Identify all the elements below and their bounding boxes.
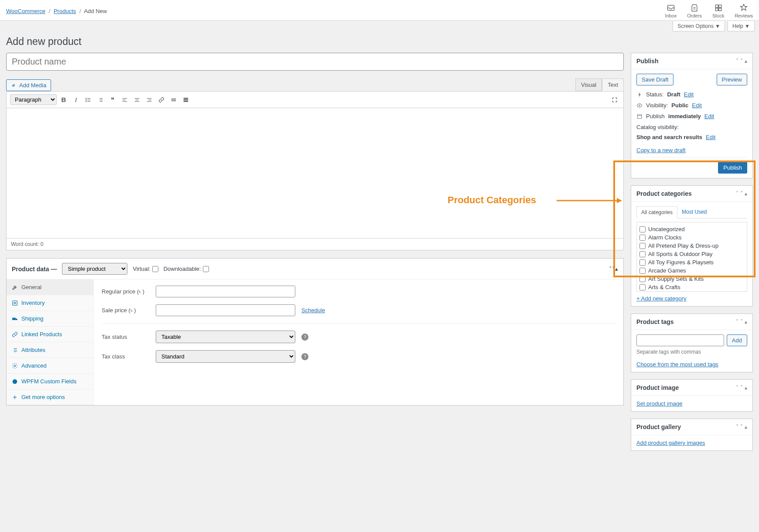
- add-category-link[interactable]: + Add new category: [636, 295, 747, 302]
- chevron-up-icon[interactable]: ˄: [736, 191, 738, 197]
- stock-icon: [714, 3, 723, 12]
- sale-price-label: Sale price (৳ ): [102, 307, 150, 314]
- add-tag-button[interactable]: Add: [727, 334, 747, 346]
- tab-wpfm[interactable]: WPFM Custom Fields: [7, 374, 93, 389]
- toolbar-toggle-icon: [183, 97, 189, 103]
- tab-general[interactable]: General: [7, 280, 93, 295]
- tab-shipping[interactable]: Shipping: [7, 311, 93, 327]
- category-checkbox[interactable]: [639, 226, 646, 232]
- triangle-up-icon[interactable]: ▴: [745, 424, 747, 430]
- reviews-button[interactable]: Reviews: [735, 3, 753, 18]
- regular-price-input[interactable]: [156, 286, 295, 297]
- fields-icon: [12, 379, 18, 385]
- breadcrumb-products[interactable]: Products: [54, 8, 76, 14]
- align-right-button[interactable]: [144, 95, 154, 105]
- schedule-link[interactable]: Schedule: [301, 307, 325, 314]
- fullscreen-button[interactable]: [609, 95, 620, 105]
- svg-point-16: [639, 105, 640, 106]
- chevron-down-icon[interactable]: ˅: [740, 191, 743, 197]
- category-checkbox[interactable]: [639, 276, 646, 282]
- add-media-button[interactable]: Add Media: [6, 79, 51, 91]
- tab-visual[interactable]: Visual: [575, 78, 602, 91]
- tab-all-categories[interactable]: All categories: [636, 206, 677, 218]
- bold-button[interactable]: B: [58, 95, 69, 105]
- triangle-up-icon[interactable]: ▴: [745, 385, 747, 391]
- triangle-up-icon[interactable]: ▴: [745, 58, 747, 64]
- quote-button[interactable]: ❝: [107, 95, 118, 105]
- pin-icon: [636, 92, 643, 98]
- stock-button[interactable]: Stock: [712, 3, 725, 18]
- italic-button[interactable]: I: [71, 95, 81, 105]
- format-select[interactable]: Paragraph: [10, 94, 57, 105]
- screen-options-button[interactable]: Screen Options ▼: [673, 21, 725, 31]
- align-left-button[interactable]: [120, 95, 130, 105]
- tab-linked[interactable]: Linked Products: [7, 327, 93, 342]
- edit-visibility-link[interactable]: Edit: [692, 102, 701, 109]
- product-data-header: Product data — Simple product Virtual: D…: [7, 259, 623, 280]
- sale-price-input[interactable]: [156, 304, 295, 316]
- product-type-select[interactable]: Simple product: [62, 263, 127, 275]
- chevron-up-icon[interactable]: ˄: [736, 424, 738, 430]
- breadcrumb-woocommerce[interactable]: WooCommerce: [6, 8, 45, 14]
- inbox-button[interactable]: Inbox: [665, 3, 677, 18]
- save-draft-button[interactable]: Save Draft: [636, 74, 674, 85]
- edit-status-link[interactable]: Edit: [684, 91, 694, 98]
- product-name-input[interactable]: [6, 53, 624, 71]
- chevron-down-icon[interactable]: ˅: [740, 385, 743, 391]
- edit-catalog-link[interactable]: Edit: [706, 134, 715, 140]
- add-gallery-link[interactable]: Add product gallery images: [636, 440, 705, 446]
- align-center-button[interactable]: [132, 95, 142, 105]
- chevron-down-icon[interactable]: ˅: [740, 319, 743, 325]
- tab-more-options[interactable]: Get more options: [7, 389, 93, 405]
- most-used-tags-link[interactable]: Choose from the most used tags: [636, 361, 747, 368]
- link-button[interactable]: [156, 95, 167, 105]
- chevron-up-icon[interactable]: ˄: [736, 58, 738, 64]
- category-list[interactable]: Uncategorized Alarm Clocks All Pretend P…: [636, 222, 747, 292]
- chevron-down-icon[interactable]: ˅: [740, 58, 743, 64]
- triangle-up-icon[interactable]: ▴: [745, 191, 747, 197]
- help-icon[interactable]: ?: [301, 334, 308, 341]
- orders-button[interactable]: Orders: [687, 3, 702, 18]
- copy-draft-link[interactable]: Copy to a new draft: [636, 147, 747, 153]
- tab-most-used[interactable]: Most Used: [677, 206, 711, 218]
- svg-point-14: [14, 365, 16, 367]
- downloadable-checkbox[interactable]: [203, 266, 209, 272]
- publish-box: Publish ˄˅▴ Save Draft Preview Status: D…: [631, 53, 753, 178]
- category-checkbox[interactable]: [639, 259, 646, 266]
- chevron-down-icon[interactable]: ˅: [612, 266, 615, 272]
- category-checkbox[interactable]: [639, 235, 646, 241]
- chevron-up-icon[interactable]: ˄: [736, 319, 738, 325]
- triangle-up-icon[interactable]: ▴: [615, 266, 618, 272]
- tag-input[interactable]: [636, 334, 724, 346]
- tab-attributes[interactable]: Attributes: [7, 342, 93, 358]
- more-button[interactable]: [168, 95, 179, 105]
- ol-button[interactable]: [95, 95, 106, 105]
- category-checkbox[interactable]: [639, 243, 646, 249]
- tax-class-select[interactable]: Standard: [156, 350, 295, 363]
- triangle-up-icon[interactable]: ▴: [745, 319, 747, 325]
- ul-button[interactable]: [83, 95, 93, 105]
- preview-button[interactable]: Preview: [717, 74, 747, 85]
- editor-textarea[interactable]: [6, 108, 624, 239]
- edit-schedule-link[interactable]: Edit: [704, 113, 714, 119]
- category-checkbox[interactable]: [639, 268, 646, 274]
- virtual-checkbox[interactable]: [152, 266, 158, 272]
- inventory-icon: [12, 300, 18, 306]
- chevron-down-icon[interactable]: ˅: [740, 424, 743, 430]
- set-image-link[interactable]: Set product image: [636, 400, 683, 407]
- inbox-icon: [667, 3, 675, 12]
- category-checkbox[interactable]: [639, 251, 646, 257]
- help-button[interactable]: Help ▼: [728, 21, 755, 31]
- toolbar-toggle-button[interactable]: [181, 95, 191, 105]
- help-icon[interactable]: ?: [301, 353, 308, 360]
- category-checkbox[interactable]: [639, 284, 646, 290]
- publish-button[interactable]: Publish: [718, 162, 747, 174]
- tax-status-select[interactable]: Taxable: [156, 331, 295, 343]
- svg-rect-2: [718, 5, 721, 7]
- tab-advanced[interactable]: Advanced: [7, 358, 93, 374]
- breadcrumb: WooCommerce / Products / Add New: [6, 8, 107, 14]
- tab-text[interactable]: Text: [602, 78, 624, 91]
- tab-inventory[interactable]: Inventory: [7, 295, 93, 311]
- chevron-up-icon[interactable]: ˄: [609, 266, 612, 272]
- chevron-up-icon[interactable]: ˄: [736, 385, 738, 391]
